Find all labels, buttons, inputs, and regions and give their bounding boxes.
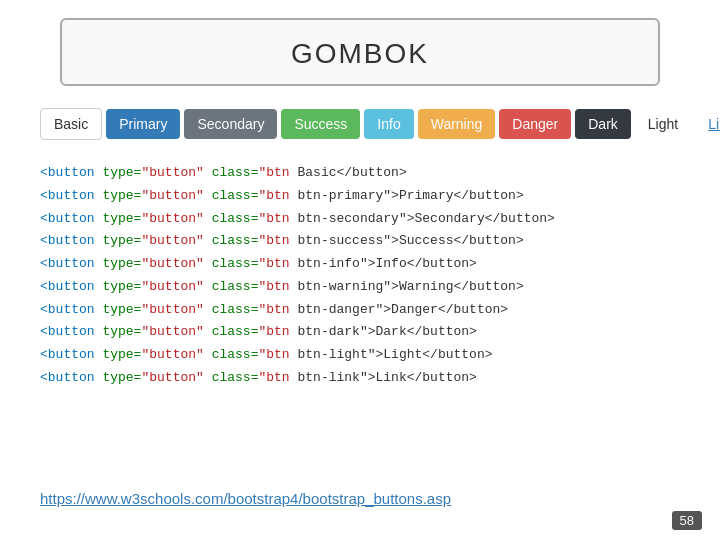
code-rest: btn-primary">Primary</button> [290,185,555,208]
btn-link[interactable]: Link [695,109,720,139]
code-tag: <button [40,253,95,276]
slide-number: 58 [672,511,702,530]
code-row: <button type="button" class="btn btn-war… [40,276,555,299]
code-class: class="btn [204,230,290,253]
code-rest: btn-warning">Warning</button> [290,276,555,299]
code-type: type="button" [95,185,204,208]
btn-secondary[interactable]: Secondary [184,109,277,139]
code-class: class="btn [204,344,290,367]
btn-warning[interactable]: Warning [418,109,496,139]
code-class: class="btn [204,321,290,344]
btn-dark[interactable]: Dark [575,109,631,139]
code-row: <button type="button" class="btn btn-dan… [40,299,555,322]
code-type: type="button" [95,276,204,299]
code-type: type="button" [95,299,204,322]
code-rest: btn-info">Info</button> [290,253,555,276]
code-class: class="btn [204,299,290,322]
slide-title: GOMBOK [62,38,658,70]
code-tag: <button [40,208,95,231]
code-row: <button type="button" class="btn Basic</… [40,162,555,185]
code-class: class="btn [204,253,290,276]
code-rest: btn-success">Success</button> [290,230,555,253]
code-class: class="btn [204,367,290,390]
code-row: <button type="button" class="btn btn-inf… [40,253,555,276]
code-rest: btn-link">Link</button> [290,367,555,390]
code-row: <button type="button" class="btn btn-pri… [40,185,555,208]
btn-danger[interactable]: Danger [499,109,571,139]
slide: GOMBOK Basic Primary Secondary Success I… [0,0,720,540]
code-table: <button type="button" class="btn Basic</… [40,162,555,390]
code-class: class="btn [204,162,290,185]
code-type: type="button" [95,208,204,231]
code-rest: btn-light">Light</button> [290,344,555,367]
code-class: class="btn [204,185,290,208]
reference-link[interactable]: https://www.w3schools.com/bootstrap4/boo… [40,490,451,515]
title-box: GOMBOK [60,18,660,86]
code-type: type="button" [95,344,204,367]
btn-light[interactable]: Light [635,109,691,139]
code-row: <button type="button" class="btn btn-lig… [40,344,555,367]
bottom-link-wrap: https://www.w3schools.com/bootstrap4/boo… [40,490,680,522]
code-class: class="btn [204,208,290,231]
code-tag: <button [40,230,95,253]
code-row: <button type="button" class="btn btn-suc… [40,230,555,253]
code-tag: <button [40,367,95,390]
btn-basic[interactable]: Basic [40,108,102,140]
code-rest: btn-danger">Danger</button> [290,299,555,322]
code-row: <button type="button" class="btn btn-sec… [40,208,555,231]
code-tag: <button [40,185,95,208]
code-type: type="button" [95,367,204,390]
btn-info[interactable]: Info [364,109,413,139]
code-tag: <button [40,299,95,322]
code-block: <button type="button" class="btn Basic</… [40,162,680,390]
code-class: class="btn [204,276,290,299]
btn-success[interactable]: Success [281,109,360,139]
code-rest: btn-dark">Dark</button> [290,321,555,344]
code-row: <button type="button" class="btn btn-dar… [40,321,555,344]
code-type: type="button" [95,162,204,185]
btn-primary[interactable]: Primary [106,109,180,139]
code-tag: <button [40,276,95,299]
code-row: <button type="button" class="btn btn-lin… [40,367,555,390]
code-tag: <button [40,162,95,185]
code-tag: <button [40,321,95,344]
code-type: type="button" [95,230,204,253]
code-type: type="button" [95,253,204,276]
code-tag: <button [40,344,95,367]
code-rest: Basic</button> [290,162,555,185]
code-rest: btn-secondary">Secondary</button> [290,208,555,231]
code-type: type="button" [95,321,204,344]
button-row: Basic Primary Secondary Success Info War… [40,108,680,140]
